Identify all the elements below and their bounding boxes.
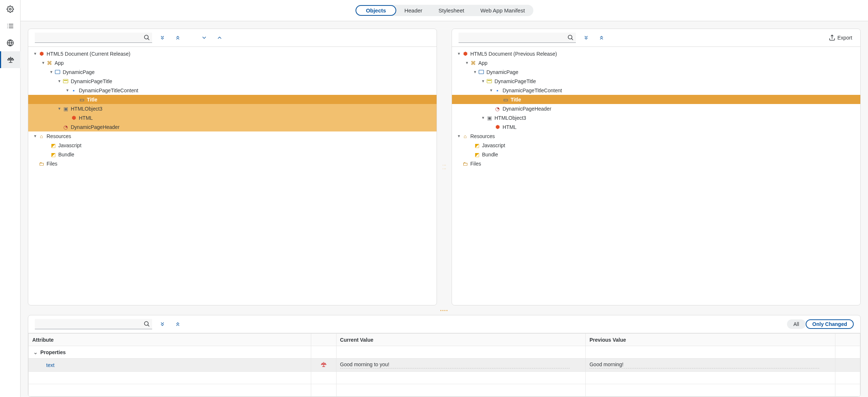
tab-manifest[interactable]: Web App Manifest (472, 5, 533, 16)
vertical-splitter[interactable]: ⋮⋮ (442, 29, 446, 305)
expand-all-button[interactable] (581, 33, 591, 43)
col-attribute: Attribute (29, 334, 311, 346)
expand-all-button[interactable] (157, 33, 168, 43)
tree-node-html[interactable]: ⬢HTML (452, 122, 860, 131)
export-button[interactable]: Export (827, 34, 854, 41)
tree-node-dynamicpage[interactable]: ▼DynamicPage (452, 67, 860, 77)
main-area: Objects Header Stylesheet Web App Manife… (21, 0, 868, 397)
filter-all[interactable]: All (787, 319, 806, 329)
js-icon: ◩ (474, 152, 480, 157)
page-icon (478, 69, 484, 75)
search-icon (143, 320, 150, 328)
header-icon: ◔ (63, 124, 69, 130)
list-icon (7, 22, 14, 30)
tab-header[interactable]: Header (396, 5, 430, 16)
table-row[interactable]: text Good morning to you! Good morning! (29, 359, 860, 372)
attr-name: text (29, 359, 311, 372)
js-icon: ◩ (474, 142, 480, 148)
tree-node-htmlobject3[interactable]: ▼▣HTMLObject3 (452, 113, 860, 122)
tree-node-htmlobject3[interactable]: ▼▣HTMLObject3 (28, 104, 437, 113)
tree-node-bundle[interactable]: ◩Bundle (452, 150, 860, 159)
tab-objects[interactable]: Objects (356, 5, 396, 16)
search-current[interactable] (35, 33, 152, 43)
tab-stylesheet[interactable]: Stylesheet (430, 5, 472, 16)
search-icon (143, 34, 150, 42)
svg-line-10 (148, 38, 149, 40)
previous-value: Good morning! (589, 361, 819, 368)
compare-button[interactable] (0, 51, 21, 68)
header-icon: ◔ (494, 106, 500, 112)
tree-node-titlecontent[interactable]: ▼▪DynamicPageTitleContent (28, 86, 437, 95)
list-button[interactable] (0, 18, 21, 34)
attributes-table: Attribute Current Value Previous Value ⌄… (28, 333, 860, 397)
collapse-all-button[interactable] (173, 319, 183, 329)
svg-point-14 (144, 322, 148, 326)
tree-previous: ▼⬢HTML5 Document (Previous Release) ▼⌘Ap… (452, 47, 860, 305)
page-icon (55, 69, 60, 75)
app-icon: ⌘ (470, 60, 476, 66)
tree-node-app[interactable]: ▼⌘App (28, 58, 437, 67)
tree-node-app[interactable]: ▼⌘App (452, 58, 860, 67)
search-attributes[interactable] (35, 319, 152, 329)
tree-node-dynamicpagetitle[interactable]: ▼DynamicPageTitle (28, 77, 437, 86)
svg-point-11 (568, 35, 572, 39)
filter-only-changed[interactable]: Only Changed (806, 319, 854, 329)
globe-icon (7, 39, 14, 47)
collapse-all-button[interactable] (173, 33, 183, 43)
current-value: Good morning to you! (340, 361, 570, 368)
text-icon: ▭ (503, 97, 508, 103)
horizontal-splitter[interactable]: ▪▪▪▪ (28, 308, 861, 312)
left-rail (0, 0, 21, 397)
resources-icon: ⌂ (38, 133, 44, 139)
svg-point-0 (9, 8, 11, 10)
col-indicator (311, 334, 336, 346)
search-previous[interactable] (459, 33, 576, 43)
tree-node-root[interactable]: ▼⬢HTML5 Document (Current Release) (28, 49, 437, 58)
collapse-all-button[interactable] (596, 33, 607, 43)
globe-button[interactable] (0, 34, 21, 51)
tree-node-html[interactable]: ⬢HTML (28, 113, 437, 122)
attributes-panel: All Only Changed Attribute Current Value… (28, 315, 861, 397)
tree-node-files[interactable]: 🗀Files (452, 159, 860, 168)
files-icon: 🗀 (462, 161, 468, 167)
settings-button[interactable] (0, 1, 21, 18)
html5-icon: ⬢ (38, 51, 44, 57)
js-icon: ◩ (50, 152, 56, 157)
object-icon: ▣ (63, 106, 69, 112)
search-input-current[interactable] (35, 33, 152, 43)
content-icon: ▪ (494, 88, 500, 93)
tree-node-dynamicpagetitle[interactable]: ▼DynamicPageTitle (452, 77, 860, 86)
tree-node-resources[interactable]: ▼⌂Resources (452, 131, 860, 141)
col-current: Current Value (336, 334, 586, 346)
tree-node-title[interactable]: ▭Title (452, 95, 860, 104)
tree-node-bundle[interactable]: ◩Bundle (28, 150, 437, 159)
table-group-row[interactable]: ⌄Properties (29, 346, 860, 359)
tree-node-dynamicpage[interactable]: ▼DynamicPage (28, 67, 437, 77)
files-icon: 🗀 (38, 161, 44, 167)
search-input-attributes[interactable] (35, 319, 152, 329)
resources-icon: ⌂ (462, 133, 468, 139)
expand-all-button[interactable] (157, 319, 168, 329)
tree-node-root[interactable]: ▼⬢HTML5 Document (Previous Release) (452, 49, 860, 58)
search-input-previous[interactable] (459, 33, 576, 43)
tree-node-javascript[interactable]: ◩Javascript (452, 141, 860, 150)
group-label: Properties (40, 349, 66, 355)
table-row-empty (29, 384, 860, 397)
html5-icon: ⬢ (462, 51, 468, 57)
collapse-button[interactable] (214, 33, 225, 43)
tree-node-titlecontent[interactable]: ▼▪DynamicPageTitleContent (452, 86, 860, 95)
diff-icon (321, 363, 327, 368)
tree-node-resources[interactable]: ▼⌂Resources (28, 131, 437, 141)
expand-button[interactable] (199, 33, 209, 43)
previous-release-panel: Export ▼⬢HTML5 Document (Previous Releas… (452, 29, 861, 305)
export-icon (829, 34, 835, 41)
tree-node-javascript[interactable]: ◩Javascript (28, 141, 437, 150)
svg-line-12 (571, 38, 573, 40)
tree-node-title[interactable]: ▭Title (28, 95, 437, 104)
tree-node-dynamicpageheader[interactable]: ◔DynamicPageHeader (28, 122, 437, 131)
search-icon (567, 34, 574, 42)
tree-node-dynamicpageheader[interactable]: ◔DynamicPageHeader (452, 104, 860, 113)
tabs-bar: Objects Header Stylesheet Web App Manife… (21, 0, 868, 21)
col-spacer (835, 334, 860, 346)
tree-node-files[interactable]: 🗀Files (28, 159, 437, 168)
